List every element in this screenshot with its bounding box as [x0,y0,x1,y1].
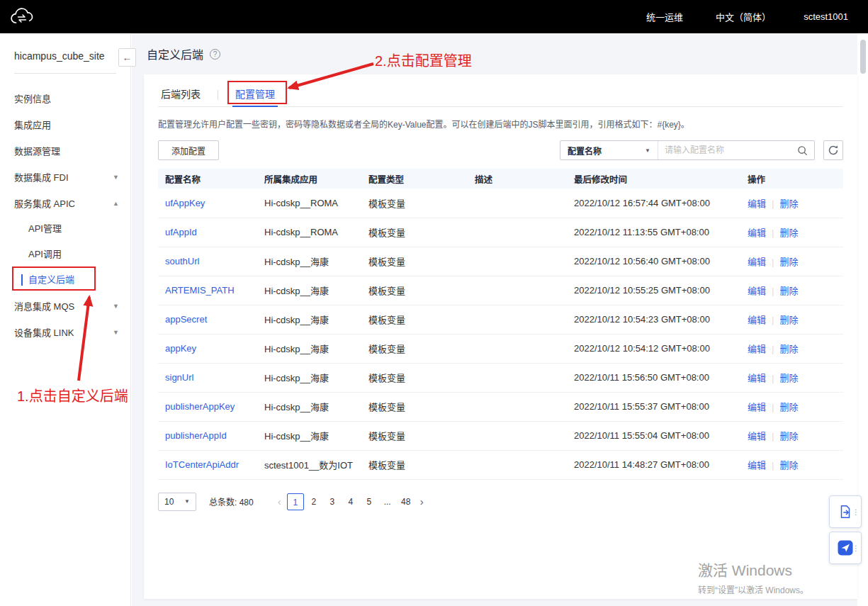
config-name-link[interactable]: signUrl [165,372,193,383]
toolbar: 添加配置 配置名称 ▼ [158,140,843,160]
action-separator: | [772,228,774,238]
page-numbers: 12345...48 [287,493,415,510]
delete-link[interactable]: 删除 [779,402,798,413]
cell-app: Hi-cdskp__海康 [257,392,361,421]
add-config-button[interactable]: 添加配置 [158,140,219,160]
edit-link[interactable]: 编辑 [748,315,766,325]
topbar-link-unified-ops[interactable]: 统一运维 [646,10,683,23]
config-name-link[interactable]: ufAppId [165,227,197,237]
total-value: 480 [239,498,254,507]
refresh-icon [828,145,839,156]
search-input[interactable] [665,145,797,155]
config-name-link[interactable]: appSecret [165,314,207,325]
sidebar-item-api-invoke[interactable]: API调用 [21,242,130,267]
config-name-link[interactable]: publisherAppId [165,430,227,441]
export-shortcut-button[interactable]: ⋮ [829,495,862,528]
cell-modified: 2022/10/12 10:54:23 GMT+08:00 [567,305,740,334]
config-name-link[interactable]: ufAppKey [165,198,205,208]
main-content: 自定义后端 ? 后端列表 配置管理 配置管理允许用户配置一些密钥，密码等隐私数据… [132,33,857,606]
sidebar-item-data-integration-fdi[interactable]: 数据集成 FDI▼ [0,164,130,190]
column-header: 所属集成应用 [257,169,361,189]
scrollbar-thumb[interactable] [860,40,866,74]
table-row: appKeyHi-cdskp__海康模板变量2022/10/12 10:54:1… [158,334,843,363]
table-row: appSecretHi-cdskp__海康模板变量2022/10/12 10:5… [158,305,843,334]
filter-field-select[interactable]: 配置名称 ▼ [560,141,658,159]
column-header: 配置名称 [158,169,257,189]
sidebar-item-message-integration-mqs[interactable]: 消息集成 MQS▼ [0,293,130,319]
sidebar-item-api-management[interactable]: API管理 [21,216,130,242]
cell-desc [468,247,567,276]
delete-link[interactable]: 删除 [779,315,798,325]
edit-link[interactable]: 编辑 [748,373,766,383]
cloud-sync-icon [9,6,37,28]
next-page-icon[interactable]: › [415,495,429,507]
send-icon [837,539,854,556]
sidebar-title: hicampus_cube_site [14,33,116,74]
delete-link[interactable]: 删除 [779,228,798,238]
sidebar-item-integration-app[interactable]: 集成应用 [0,111,130,138]
cell-modified: 2022/10/12 10:54:12 GMT+08:00 [567,334,740,363]
page-number[interactable]: 3 [324,493,341,510]
assistant-shortcut-button[interactable]: ⋮ [829,532,862,564]
collapse-sidebar-button[interactable]: ← [118,48,136,67]
config-name-link[interactable]: ARTEMIS_PATH [165,285,235,296]
edit-link[interactable]: 编辑 [748,228,766,238]
page-number[interactable]: 2 [305,493,322,510]
cell-type: 模板变量 [361,392,468,421]
edit-link[interactable]: 编辑 [748,460,766,471]
help-icon[interactable]: ? [210,49,220,60]
delete-link[interactable]: 删除 [779,373,798,383]
topbar-link-language[interactable]: 中文（简体） [716,10,771,23]
topbar-link-account[interactable]: sctest1001 [804,11,848,22]
action-separator: | [772,373,774,383]
cell-type: 模板变量 [361,334,468,363]
config-name-link[interactable]: IoTCenterApiAddr [165,459,239,470]
cloud-logo[interactable] [9,6,37,28]
sidebar-item-instance-info[interactable]: 实例信息 [0,85,130,111]
edit-link[interactable]: 编辑 [748,431,766,442]
cell-modified: 2022/10/11 15:55:04 GMT+08:00 [567,421,740,450]
refresh-button[interactable] [823,140,843,160]
page-number[interactable]: 5 [361,493,378,510]
tab-separator [218,90,218,100]
delete-link[interactable]: 删除 [779,460,798,471]
delete-link[interactable]: 删除 [779,198,798,209]
page-number[interactable]: 4 [342,493,359,510]
sidebar-item-service-integration-apic[interactable]: 服务集成 APIC▲ [0,190,130,216]
cell-app: Hi-cdskp__ROMA [257,189,361,218]
delete-link[interactable]: 删除 [779,431,798,442]
pagination: 10 ▼ 总条数: 480 ‹ 12345...48 › [158,493,843,511]
page-number[interactable]: 48 [398,493,415,510]
table-row: IoTCenterApiAddrsctest1001__数为IOT模板变量202… [158,450,843,479]
edit-link[interactable]: 编辑 [748,344,766,354]
cell-app: Hi-cdskp__海康 [257,247,361,276]
edit-link[interactable]: 编辑 [748,198,766,209]
sidebar-item-device-integration-link[interactable]: 设备集成 LINK▼ [0,319,130,345]
tab-config-management[interactable]: 配置管理 [232,83,278,106]
cell-app: Hi-cdskp__ROMA [257,218,361,247]
search-icon[interactable] [797,145,808,156]
page-navigation: ‹ 12345...48 › [272,493,429,510]
delete-link[interactable]: 删除 [779,257,798,267]
cell-desc [468,392,567,421]
delete-link[interactable]: 删除 [779,286,798,296]
sidebar-item-custom-backend[interactable]: 自定义后端 [21,267,130,293]
prev-page-icon[interactable]: ‹ [272,495,287,507]
edit-link[interactable]: 编辑 [748,286,766,296]
sidebar-item-datasource-management[interactable]: 数据源管理 [0,138,130,164]
config-name-link[interactable]: appKey [165,343,196,354]
config-name-link[interactable]: publisherAppKey [165,401,235,412]
cell-modified: 2022/10/12 11:13:55 GMT+08:00 [567,218,740,247]
edit-link[interactable]: 编辑 [748,257,766,267]
delete-link[interactable]: 删除 [779,344,798,354]
edit-link[interactable]: 编辑 [748,402,766,413]
cell-app: Hi-cdskp__海康 [257,276,361,305]
sidebar-item-label: API调用 [21,249,62,260]
config-table-body: ufAppKeyHi-cdskp__ROMA模板变量2022/10/12 16:… [158,189,843,479]
config-name-link[interactable]: southUrl [165,256,199,266]
cell-modified: 2022/10/11 14:48:27 GMT+08:00 [567,450,740,479]
sidebar-item-label: 集成应用 [14,118,51,131]
tab-backend-list[interactable]: 后端列表 [158,83,203,106]
page-number[interactable]: 1 [287,493,304,510]
page-size-select[interactable]: 10 ▼ [158,493,196,511]
